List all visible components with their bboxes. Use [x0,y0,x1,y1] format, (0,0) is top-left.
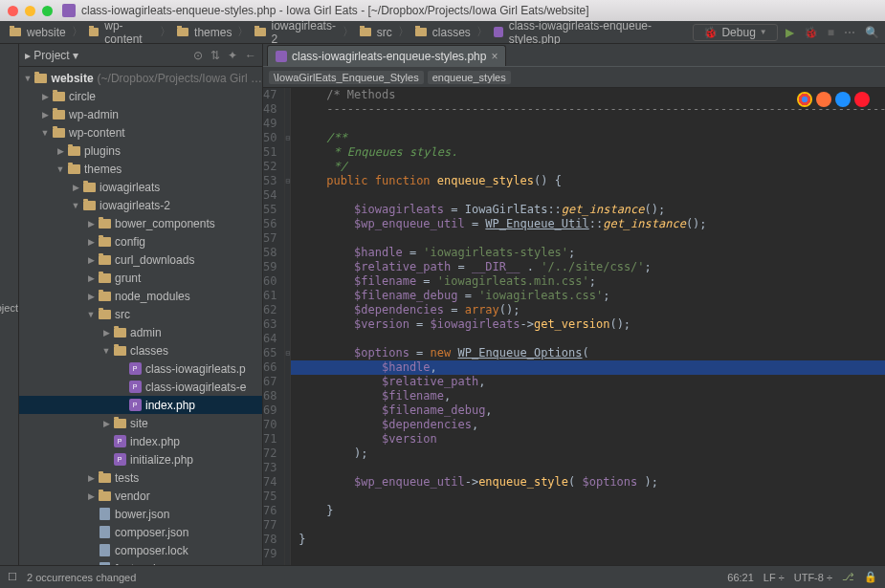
status-message: 2 occurrences changed [27,572,136,583]
search-icon[interactable]: 🔍 [865,26,879,39]
window-controls [8,6,53,16]
tree-folder[interactable]: ▶bower_components [19,214,262,232]
tree-file[interactable]: composer.lock [19,541,262,559]
minimize-window-button[interactable] [25,6,35,16]
php-file-icon [276,51,287,62]
tree-file[interactable]: Pclass-iowagirleats-e [19,378,262,396]
tree-file[interactable]: bower.json [19,505,262,523]
tree-folder[interactable]: ▶node_modules [19,287,262,305]
tree-folder[interactable]: ▼iowagirleats-2 [19,196,262,214]
line-gutter[interactable]: 4748495051525354555657585960616263646566… [263,88,285,565]
more-actions-icon[interactable]: ⋯ [844,26,855,39]
php-file-icon [62,4,76,17]
tree-root[interactable]: ▼website(~/Dropbox/Projects/Iowa Girl … [19,69,262,87]
caret-position[interactable]: 66:21 [727,572,754,583]
editor-tab[interactable]: class-iowagirleats-enqueue-styles.php × [267,45,506,66]
chevron-right-icon: 〉 [237,24,249,40]
chrome-icon[interactable] [797,92,812,107]
tree-file[interactable]: footer.php [19,559,262,565]
close-window-button[interactable] [8,6,18,16]
chevron-right-icon: 〉 [72,24,83,40]
opera-icon[interactable] [854,92,870,107]
debug-label: Debug [721,26,755,39]
code-content[interactable]: /* Methods -----------------------------… [291,88,885,565]
tree-folder[interactable]: ▶tests [19,468,262,487]
tree-file[interactable]: Pclass-iowagirleats.p [19,359,262,378]
crumb-method[interactable]: enqueue_styles [428,71,511,84]
chevron-down-icon: ▼ [760,28,767,36]
tree-file[interactable]: Pindex.php [19,396,262,414]
tree-file[interactable]: Pinitialize.php [19,450,262,468]
breadcrumb-item[interactable]: iowagirleats-2 [251,18,340,47]
navigation-bar: website〉wp-content〉themes〉iowagirleats-2… [0,21,885,44]
editor-area: class-iowagirleats-enqueue-styles.php × … [263,44,885,565]
project-view-select[interactable]: ▸ Project ▾ [25,49,78,62]
tree-folder[interactable]: ▶grunt [19,269,262,287]
hide-icon[interactable]: ← [245,49,256,62]
tree-folder[interactable]: ▶circle [19,87,262,105]
editor-tabs: class-iowagirleats-enqueue-styles.php × [263,44,885,67]
code-editor[interactable]: 4748495051525354555657585960616263646566… [263,88,885,565]
breadcrumb-item[interactable]: website [6,25,70,40]
editor-breadcrumb[interactable]: \IowaGirlEats_Enqueue_Styles enqueue_sty… [263,67,885,88]
file-encoding[interactable]: UTF-8 ÷ [794,572,832,583]
collapse-icon[interactable]: ⊙ [193,49,203,62]
project-tool-tab[interactable]: Project [0,302,18,314]
safari-icon[interactable] [835,92,851,107]
tree-folder[interactable]: ▶admin [19,323,262,341]
breadcrumb-item[interactable]: src [356,25,396,40]
browser-badges [797,92,870,107]
close-tab-icon[interactable]: × [491,50,498,63]
window-title: class-iowagirleats-enqueue-styles.php - … [81,4,589,17]
chevron-right-icon: 〉 [343,24,354,40]
tree-folder[interactable]: ▶iowagirleats [19,178,262,196]
tree-file[interactable]: composer.json [19,523,262,541]
zoom-window-button[interactable] [42,6,53,16]
bug-icon: 🐞 [703,26,718,39]
tree-folder[interactable]: ▶vendor [19,487,262,505]
git-branch-icon[interactable]: ⎇ [842,571,854,583]
breadcrumb-item[interactable]: classes [411,25,475,40]
tree-folder[interactable]: ▶curl_downloads [19,250,262,269]
tree-folder[interactable]: ▼wp-content [19,123,262,142]
project-panel-header: ▸ Project ▾ ⊙ ⇅ ✦ ← [19,44,262,67]
project-tree[interactable]: ▼website(~/Dropbox/Projects/Iowa Girl …▶… [19,67,262,565]
gear-icon[interactable]: ✦ [228,49,237,62]
crumb-class[interactable]: \IowaGirlEats_Enqueue_Styles [269,71,424,84]
project-panel: ▸ Project ▾ ⊙ ⇅ ✦ ← ▼website(~/Dropbox/P… [19,44,263,565]
settings-icon[interactable]: ⇅ [210,49,220,62]
lock-icon[interactable]: 🔒 [864,571,877,583]
tab-filename: class-iowagirleats-enqueue-styles.php [292,50,486,63]
chevron-right-icon: 〉 [476,24,488,40]
debug-button[interactable]: 🐞 [804,26,818,39]
tree-folder[interactable]: ▼classes [19,341,262,359]
breadcrumb-item[interactable]: wp-content [85,18,158,47]
breadcrumb-item[interactable]: themes [173,25,235,40]
tree-folder[interactable]: ▶site [19,414,262,432]
breadcrumb-item[interactable]: class-iowagirleats-enqueue-styles.php [490,18,686,47]
tree-folder[interactable]: ▼themes [19,160,262,178]
firefox-icon[interactable] [816,92,831,107]
chevron-right-icon: 〉 [160,24,171,40]
run-config-select[interactable]: 🐞 Debug ▼ [693,24,777,41]
line-separator[interactable]: LF ÷ [763,572,785,583]
tree-file[interactable]: Pindex.php [19,432,262,450]
run-button[interactable]: ▶ [785,26,794,39]
status-bar: ☐ 2 occurrences changed 66:21 LF ÷ UTF-8… [0,565,885,588]
stop-button[interactable]: ■ [828,26,834,39]
tree-folder[interactable]: ▶wp-admin [19,105,262,123]
tree-folder[interactable]: ▶plugins [19,142,262,160]
chevron-right-icon: 〉 [398,24,409,40]
tree-folder[interactable]: ▶config [19,232,262,250]
left-gutter-tool[interactable]: Project [0,44,19,565]
tree-folder[interactable]: ▼src [19,305,262,323]
status-icon: ☐ [8,571,17,583]
